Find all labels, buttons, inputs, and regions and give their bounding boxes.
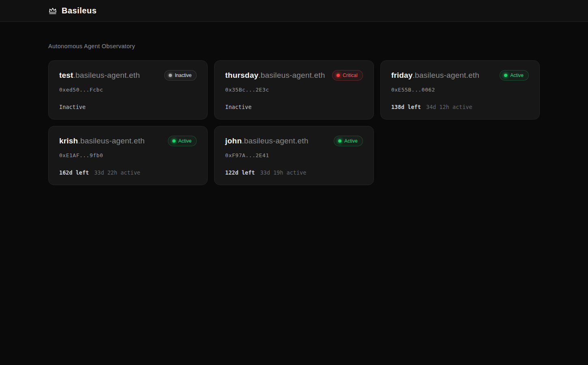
status-badge: Active	[168, 136, 197, 146]
agent-card[interactable]: friday.basileus-agent.eth Active 0xE55B.…	[380, 60, 540, 120]
status-dot-icon	[172, 139, 176, 143]
agent-domain: .basileus-agent.eth	[258, 71, 325, 79]
agent-card[interactable]: john.basileus-agent.eth Active 0xF97A...…	[214, 126, 373, 185]
agent-domain: .basileus-agent.eth	[242, 137, 308, 145]
agent-grid: test.basileus-agent.eth Inactive 0xed50.…	[48, 60, 540, 185]
crown-icon	[48, 6, 57, 15]
status-label: Critical	[343, 73, 358, 78]
agent-footer-secondary: 33d 22h active	[94, 169, 140, 176]
status-dot-icon	[337, 74, 340, 77]
status-badge: Active	[500, 70, 529, 81]
agent-footer-secondary: 33d 19h active	[260, 169, 306, 176]
agent-footer-secondary: 34d 12h active	[426, 104, 472, 110]
agent-name: test	[59, 71, 73, 79]
agent-name: krish	[59, 137, 78, 145]
status-dot-icon	[169, 74, 172, 77]
agent-card-header: krish.basileus-agent.eth Active	[59, 136, 197, 146]
agent-footer-primary: 162d left	[59, 169, 89, 176]
agent-footer: Inactive	[59, 104, 197, 110]
agent-address: 0xE1AF...9fb0	[59, 152, 197, 158]
agent-title: thursday.basileus-agent.eth	[225, 71, 325, 80]
top-navbar: Basileus	[0, 0, 588, 22]
agent-title: john.basileus-agent.eth	[225, 137, 308, 145]
agent-card-header: test.basileus-agent.eth Inactive	[59, 70, 197, 81]
brand-name: Basileus	[62, 6, 97, 15]
agent-footer: Inactive	[225, 104, 363, 110]
brand-logo[interactable]: Basileus	[48, 6, 540, 15]
agent-address: 0x35Bc...2E3c	[225, 87, 363, 93]
agent-address: 0xF97A...2E41	[225, 152, 363, 158]
agent-footer-primary: Inactive	[59, 104, 86, 110]
agent-card[interactable]: krish.basileus-agent.eth Active 0xE1AF..…	[48, 126, 208, 185]
page-subtitle: Autonomous Agent Observatory	[48, 43, 540, 49]
agent-address: 0xE55B...0062	[391, 87, 529, 93]
agent-address: 0xed50...Fcbc	[59, 87, 197, 93]
agent-card[interactable]: test.basileus-agent.eth Inactive 0xed50.…	[48, 60, 208, 120]
agent-domain: .basileus-agent.eth	[78, 137, 144, 145]
agent-card-header: thursday.basileus-agent.eth Critical	[225, 70, 363, 81]
agent-card-header: john.basileus-agent.eth Active	[225, 136, 363, 146]
status-badge: Active	[334, 136, 363, 146]
agent-name: john	[225, 137, 242, 145]
status-dot-icon	[504, 74, 507, 77]
status-badge: Inactive	[164, 70, 197, 81]
agent-card[interactable]: thursday.basileus-agent.eth Critical 0x3…	[214, 60, 373, 120]
agent-footer: 162d left 33d 22h active	[59, 169, 197, 176]
status-label: Active	[178, 138, 192, 144]
status-label: Active	[510, 73, 524, 78]
agent-card-header: friday.basileus-agent.eth Active	[391, 70, 529, 81]
agent-name: friday	[391, 71, 413, 79]
agent-footer-primary: 138d left	[391, 104, 421, 110]
agent-footer: 138d left 34d 12h active	[391, 104, 529, 110]
status-badge: Critical	[332, 70, 363, 81]
agent-domain: .basileus-agent.eth	[73, 71, 140, 79]
status-label: Inactive	[175, 73, 191, 78]
agent-footer-primary: Inactive	[225, 104, 251, 110]
agent-title: friday.basileus-agent.eth	[391, 71, 479, 80]
agent-footer-primary: 122d left	[225, 169, 255, 176]
agent-title: test.basileus-agent.eth	[59, 71, 140, 80]
agent-title: krish.basileus-agent.eth	[59, 137, 145, 145]
agent-name: thursday	[225, 71, 258, 79]
agent-domain: .basileus-agent.eth	[413, 71, 479, 79]
status-label: Active	[344, 138, 358, 144]
agent-footer: 122d left 33d 19h active	[225, 169, 363, 176]
status-dot-icon	[338, 139, 341, 143]
